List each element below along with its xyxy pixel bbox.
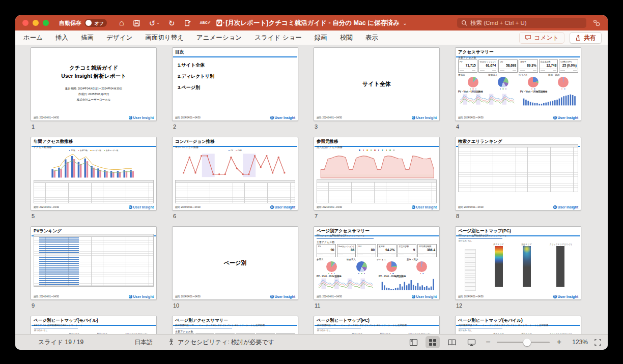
section-title: サイト全体 (314, 48, 439, 120)
user-insight-logo: GUser Insight (412, 295, 437, 298)
comments-button[interactable]: コメント (519, 32, 564, 44)
slide-thumbnail-15[interactable]: ページ別ヒートマップ(PC)内定獲得対談 ソニー・ミュージックエンタテインメント… (314, 316, 440, 335)
minimize-window-button[interactable] (33, 20, 39, 26)
slide-thumbnail-14[interactable]: ページ別アクセスサマリー内定獲得対談 ソニー・ミュージックエンタテインメント エ… (172, 316, 298, 335)
title-chevron-icon[interactable]: ⌄ (403, 20, 407, 26)
slide-thumbnail-8[interactable]: 検索クエリランキング期間: 2024/04/01〜04/30 GUser Ins… (455, 137, 581, 210)
save-icon[interactable] (133, 19, 140, 27)
mock-data-table (317, 179, 437, 204)
kpi-box: 直帰率89.3% (519, 59, 538, 73)
edit-document-icon[interactable] (184, 19, 191, 27)
ribbon-tab-4[interactable]: 画面切り替え (145, 34, 184, 42)
slide-number: 2 (173, 124, 298, 130)
slide-number: 10 (173, 302, 298, 309)
slide-number: 12 (456, 302, 581, 309)
slide-thumbnail-2[interactable]: 目次1.サイト全体2.ディレクトリ別3.ページ別期間: 2024/04/01〜0… (172, 47, 298, 121)
filter-note: 絞り込み: なし (34, 329, 153, 331)
slide-thumbnail-6[interactable]: コンバージョン推移コンバージョン推移 CVCV率 期間: 2024/04/01〜… (172, 137, 298, 210)
spellcheck-icon[interactable]: ABC✓ (200, 21, 211, 24)
redo-icon[interactable]: ↻ (168, 19, 175, 27)
pie-label: 新規・再訪 (407, 258, 437, 261)
slide-thumbnail-13[interactable]: ページ別ヒートマップ(モバイル)ESでアイル 志望動機&自己&エントリーシート … (31, 316, 157, 335)
slide-thumbnail-3[interactable]: サイト全体期間: 2024/04/01〜04/30 GUser Insight (314, 47, 440, 121)
chart-section-label: コンバージョン推移 (175, 145, 295, 148)
language-indicator[interactable]: 日本語 (134, 338, 153, 347)
chart-section-label: 流入元別アクセス推移 (317, 145, 437, 148)
user-insight-logo: GUser Insight (129, 116, 154, 119)
ribbon-tab-8[interactable]: 校閲 (340, 34, 353, 42)
mini-pie-chart (528, 77, 539, 87)
page-link[interactable] (317, 328, 361, 329)
slide-cell: ページ別ヒートマップ(PC)ESでアイル 志望動機&自己&エントリーシート 絞り… (455, 226, 581, 316)
kpi-row: PV90Visit(セッション)86UU80直帰率94.2%広告未訪数9平均滞在… (317, 244, 437, 257)
slide-period-footer: 期間: 2024/04/01〜04/30 (458, 295, 484, 298)
autosave-label: 自動保存 (59, 19, 81, 27)
filter-note: 絞り込み: なし (459, 329, 578, 331)
normal-view-button[interactable] (406, 336, 420, 348)
slide-cell: PVランキング期間: 2024/04/01〜04/30 GUser Insigh… (31, 226, 157, 316)
accessibility-status[interactable]: アクセシビリティ: 検討が必要です (168, 338, 274, 347)
slide-header-text: 目次 (173, 48, 298, 56)
search-input[interactable]: 検索 (Cmd + Ctrl + U) (457, 18, 586, 28)
page-link[interactable] (175, 328, 232, 329)
slide-thumbnail-9[interactable]: PVランキング期間: 2024/04/01〜04/30 GUser Insigh… (31, 226, 157, 300)
toc-item: 3.ページ別 (178, 84, 298, 91)
slide-period-footer: 期間: 2024/04/01〜04/30 (317, 295, 342, 298)
search-placeholder: 検索 (Cmd + Ctrl + U) (470, 19, 527, 27)
zoom-in-button[interactable]: + (557, 338, 561, 347)
page-note: ESでアイル 志望動機&自己&エントリーシート (34, 324, 153, 326)
ribbon-tab-3[interactable]: デザイン (106, 34, 132, 42)
page-link[interactable] (459, 238, 502, 239)
share-button[interactable]: 共有 (570, 32, 602, 44)
ribbon-tab-9[interactable]: 表示 (365, 34, 378, 42)
reading-view-button[interactable] (445, 336, 459, 348)
ribbon-tab-1[interactable]: 挿入 (55, 34, 68, 42)
title-slide-meta: 集計期間: 2024年04月01日〜2024年04月30日作成日: 2025年0… (31, 86, 156, 103)
page-note: ESでアイル 志望動機&自己&エントリーシート (317, 234, 437, 237)
ribbon-tab-2[interactable]: 描画 (81, 34, 94, 42)
slide-period-footer: 期間: 2024/04/01〜04/30 (317, 206, 342, 208)
close-window-button[interactable] (22, 20, 29, 26)
pie-label: 検索流入 (488, 74, 518, 76)
slide-grid: クチコミ就活ガイドUser Insight 解析レポート 集計期間: 2024年… (31, 47, 581, 335)
daily-trend-mini-chart (458, 93, 516, 106)
zoom-out-button[interactable]: − (486, 338, 490, 347)
slideshow-view-button[interactable] (464, 336, 478, 348)
ribbon-tab-7[interactable]: 録画 (315, 34, 327, 42)
undo-icon[interactable]: ↺⌄ (149, 19, 160, 27)
page-note: 内定獲得対談 ソニー・ミュージックエンタテインメント エントリーシートと志望動機 (175, 324, 295, 326)
slide-thumbnail-7[interactable]: 参照元推移流入元別アクセス推移 期間: 2024/04/01〜04/30 GUs… (314, 137, 440, 210)
slide-thumbnail-10[interactable]: ページ別期間: 2024/04/01〜04/30 GUser Insight (172, 226, 298, 300)
kpi-section-label: 主要アクセス数 (175, 330, 295, 333)
zoom-level[interactable]: 123% (569, 339, 588, 346)
ribbon-tab-5[interactable]: アニメーション (196, 34, 242, 42)
mini-pie-chart (326, 261, 337, 272)
page-link[interactable] (317, 238, 374, 239)
zoom-slider-thumb[interactable] (523, 339, 531, 346)
slide-thumbnail-11[interactable]: ページ別アクセスサマリーESでアイル 志望動機&自己&エントリーシート主要アクセ… (314, 226, 440, 300)
page-link[interactable] (34, 328, 78, 329)
zoom-slider[interactable] (497, 342, 550, 343)
autosave-toggle[interactable]: オフ (84, 19, 107, 27)
slide-thumbnail-16[interactable]: ページ別ヒートマップ(モバイル)内定獲得対談 ソニー・ミュージックエンタテインメ… (455, 316, 581, 335)
slide-thumbnail-5[interactable]: 年間アクセス数推移アクセス数推移 PV数全体PV数ユーザー数全体ユーザー数 期間… (31, 137, 157, 210)
hourly-bars-mini-chart (379, 278, 437, 291)
slide-sorter-view-button[interactable] (426, 336, 440, 348)
fit-slide-to-window-button[interactable] (594, 339, 602, 346)
ribbon-tab-0[interactable]: ホーム (23, 34, 43, 42)
ribbon-tab-6[interactable]: スライド ショー (254, 34, 302, 42)
page-link[interactable] (459, 328, 502, 329)
slide-period-footer: 期間: 2024/04/01〜04/30 (317, 116, 342, 119)
zoom-window-button[interactable] (43, 20, 49, 26)
document-title-area[interactable]: P [月次レポート]クチコミ就活ガイド - 自分の Mac に保存済み ⌄ (216, 19, 407, 27)
slide-thumbnail-1[interactable]: クチコミ就活ガイドUser Insight 解析レポート 集計期間: 2024年… (31, 47, 157, 121)
home-icon[interactable]: ⌂ (119, 19, 124, 27)
user-insight-logo: GUser Insight (412, 205, 437, 209)
autosave-state: オフ (95, 20, 104, 27)
slide-thumbnail-12[interactable]: ページ別ヒートマップ(PC)ESでアイル 志望動機&自己&エントリーシート 絞り… (455, 226, 581, 300)
slide-thumbnail-4[interactable]: アクセスサマリー主要アクセス数 PV71,715Visit(セッション)61,6… (455, 47, 581, 121)
presence-icon[interactable] (592, 19, 601, 27)
slide-cell: 年間アクセス数推移アクセス数推移 PV数全体PV数ユーザー数全体ユーザー数 期間… (31, 137, 157, 226)
kpi-box: PV90 (317, 244, 336, 257)
user-insight-logo: GUser Insight (553, 116, 578, 119)
